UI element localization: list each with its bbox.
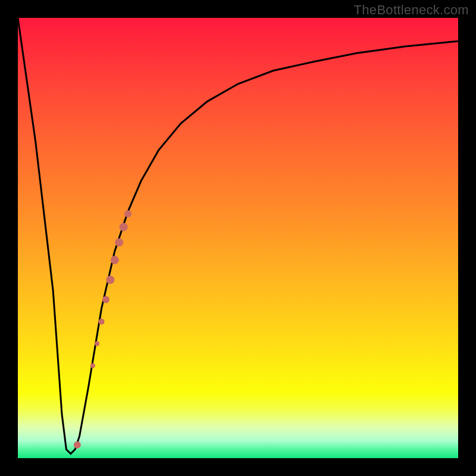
highlight-dot [74, 441, 81, 449]
highlight-dot [95, 342, 99, 346]
bottleneck-curve [18, 18, 458, 454]
highlight-dot [99, 319, 105, 325]
highlight-dot [102, 296, 109, 303]
plot-area [18, 18, 458, 458]
highlight-dot [106, 275, 114, 284]
chart-frame: TheBottleneck.com [0, 0, 476, 476]
highlight-dot [124, 210, 131, 217]
curve-path [18, 18, 458, 454]
highlight-dot [115, 238, 123, 246]
watermark-text: TheBottleneck.com [354, 2, 469, 18]
highlight-dot [120, 223, 128, 231]
highlight-dots [74, 210, 131, 449]
curve-layer [18, 18, 458, 458]
highlight-dot [90, 364, 95, 368]
highlight-dot [111, 256, 119, 264]
